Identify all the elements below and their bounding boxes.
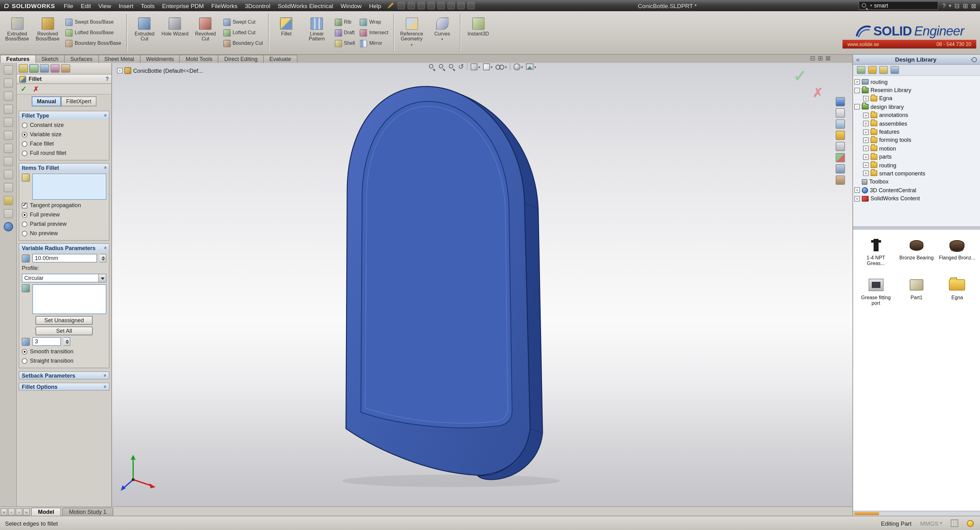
set-unassigned-button[interactable]: Set Unassigned xyxy=(35,316,93,325)
tree-item-egna[interactable]: +Egna xyxy=(854,95,979,103)
smart-dimension-icon[interactable] xyxy=(3,91,13,101)
feature-tree-flyout[interactable]: + ConicBottle (Default<<Def... xyxy=(117,67,203,74)
reference-geometry-button[interactable]: Reference Geometry xyxy=(397,14,426,51)
library-item-part1[interactable]: Part1 xyxy=(898,277,935,317)
undo-icon[interactable] xyxy=(437,2,445,10)
view-orientation-icon[interactable] xyxy=(471,63,480,70)
intersect-button[interactable]: Intersect xyxy=(358,28,390,37)
rebuild-icon[interactable] xyxy=(457,2,465,10)
units-selector[interactable]: MMGS xyxy=(920,520,942,527)
tree-item-features[interactable]: +features xyxy=(854,128,979,136)
quick-tips-icon[interactable] xyxy=(967,520,974,527)
magnified-selection-icon[interactable] xyxy=(836,97,845,107)
curves-button[interactable]: Curves xyxy=(428,14,457,51)
menu-tools[interactable]: Tools xyxy=(137,2,158,9)
instant3d-button[interactable]: Instant3D xyxy=(463,14,493,51)
next-tab-nav-icon[interactable] xyxy=(16,508,22,516)
revolved-boss-base-button[interactable]: Revolved Boss/Base xyxy=(33,14,62,51)
radio-smooth-transition[interactable]: Smooth transition xyxy=(22,348,107,355)
pattern-entities-icon[interactable] xyxy=(3,196,13,205)
mirror-entities-icon[interactable] xyxy=(3,183,13,192)
instance-count-spinner[interactable] xyxy=(64,337,70,346)
tree-item-smart-components[interactable]: +smart components xyxy=(854,170,979,178)
menu-insert[interactable]: Insert xyxy=(115,2,137,9)
search-box[interactable] xyxy=(859,1,939,10)
confirmation-ok-icon[interactable] xyxy=(793,67,807,86)
feature-tree-root-label[interactable]: ConicBottle (Default<<Def... xyxy=(133,67,203,74)
print-icon[interactable] xyxy=(427,2,434,10)
circle-tool-icon[interactable] xyxy=(3,131,13,140)
hide-show-items-icon[interactable] xyxy=(496,64,507,69)
lofted-boss-base-button[interactable]: Lofted Boss/Base xyxy=(64,28,123,37)
extruded-boss-base-button[interactable]: Extruded Boss/Base xyxy=(3,14,32,51)
swept-cut-button[interactable]: Swept Cut xyxy=(221,18,265,26)
last-tab-nav-icon[interactable] xyxy=(23,508,30,516)
search-scope-dropdown-icon[interactable] xyxy=(870,3,872,8)
panel-help-link[interactable]: ? xyxy=(105,76,109,82)
tags-icon[interactable] xyxy=(951,519,958,527)
display-relations-icon[interactable] xyxy=(3,209,13,218)
tree-item-motion[interactable]: +motion xyxy=(854,144,979,153)
edge-selection-box[interactable] xyxy=(32,173,107,200)
cancel-button[interactable] xyxy=(33,85,38,93)
apply-scene-icon[interactable] xyxy=(526,64,536,70)
tree-item-solidworks-content[interactable]: +SolidWorks Content xyxy=(854,194,979,203)
tab-evaluate[interactable]: Evaluate xyxy=(263,55,298,63)
sketch-tool-icon[interactable] xyxy=(3,78,13,88)
selection-filter-icon[interactable] xyxy=(836,108,845,118)
add-to-library-icon[interactable] xyxy=(857,66,865,74)
tree-item-toolbox[interactable]: Toolbox xyxy=(854,178,979,186)
shell-button[interactable]: Shell xyxy=(332,39,357,48)
display-style-icon[interactable] xyxy=(483,63,493,70)
menu-window[interactable]: Window xyxy=(337,2,366,9)
featuremanager-tab-icon[interactable] xyxy=(19,64,28,73)
quick-help-icon[interactable] xyxy=(3,222,13,231)
minimize-window-icon[interactable] xyxy=(955,2,960,9)
configurationmanager-tab-icon[interactable] xyxy=(40,64,49,73)
close-window-icon[interactable] xyxy=(971,2,976,9)
select-tool-icon[interactable] xyxy=(3,65,13,75)
new-document-icon[interactable] xyxy=(397,2,405,10)
menu-view[interactable]: View xyxy=(95,2,115,9)
options-icon[interactable] xyxy=(467,2,474,10)
open-folder-icon[interactable] xyxy=(836,131,845,140)
arc-tool-icon[interactable] xyxy=(3,144,13,153)
sketch-pencil-icon[interactable] xyxy=(387,3,393,9)
displaymanager-tab-icon[interactable] xyxy=(61,64,70,73)
library-item-egna[interactable]: Egna xyxy=(939,277,976,317)
rib-button[interactable]: Rib xyxy=(332,18,357,26)
confirmation-cancel-icon[interactable] xyxy=(813,85,823,100)
tab-mold-tools[interactable]: Mold Tools xyxy=(180,55,219,63)
radio-variable-size[interactable]: Variable size xyxy=(22,131,107,138)
instance-count-input[interactable]: 3 xyxy=(32,337,61,346)
items-to-fillet-header[interactable]: Items To Fillet xyxy=(19,164,109,172)
library-item-npt-grease[interactable]: 1-4 NPT Greas... xyxy=(857,237,894,277)
revolved-cut-button[interactable]: Revolved Cut xyxy=(191,14,220,51)
prev-tab-nav-icon[interactable] xyxy=(8,508,15,516)
tangent-propagation-row[interactable]: Tangent propagation xyxy=(22,202,107,209)
tree-item-3d-contentcentral[interactable]: +3D ContentCentral xyxy=(854,186,979,194)
radio-full-preview[interactable]: Full preview xyxy=(22,211,107,218)
camera-icon[interactable] xyxy=(836,142,845,151)
rectangle-tool-icon[interactable] xyxy=(3,118,13,127)
menu-edit[interactable]: Edit xyxy=(77,2,95,9)
menu-help[interactable]: Help xyxy=(365,2,385,9)
setback-parameters-bar[interactable]: Setback Parameters xyxy=(19,371,110,379)
profile-dropdown[interactable]: Circular xyxy=(22,274,107,282)
tree-item-parts[interactable]: +parts xyxy=(854,153,979,161)
scrollbar-thumb[interactable] xyxy=(854,512,879,515)
extruded-cut-button[interactable]: Extruded Cut xyxy=(130,14,159,51)
radio-face-fillet[interactable]: Face fillet xyxy=(22,140,107,147)
rotate-view-icon[interactable] xyxy=(458,63,464,71)
wrap-button[interactable]: Wrap xyxy=(358,18,390,26)
fillet-options-bar[interactable]: Fillet Options xyxy=(19,383,110,391)
manual-mode-button[interactable]: Manual xyxy=(32,96,61,107)
tab-sheet-metal[interactable]: Sheet Metal xyxy=(98,55,140,63)
tree-item-resemin-library[interactable]: -Resemin Library xyxy=(854,86,979,95)
hole-wizard-button[interactable]: Hole Wizard xyxy=(160,14,189,51)
model-tab[interactable]: Model xyxy=(31,508,61,516)
fillet-button[interactable]: Fillet xyxy=(272,14,301,51)
doc-minimize-icon[interactable] xyxy=(810,55,815,62)
menu-solidworks-electrical[interactable]: SolidWorks Electrical xyxy=(274,2,337,9)
ok-button[interactable] xyxy=(21,84,27,93)
